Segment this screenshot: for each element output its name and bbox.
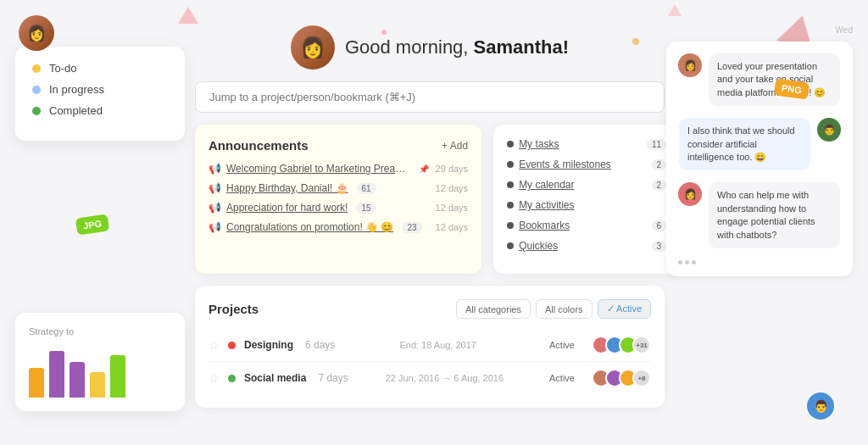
proj-days-1: 6 days [305,339,335,351]
announcements-header: Announcements + Add [209,138,468,153]
ann-link-3[interactable]: Appreciation for hard work! [226,202,348,214]
ann-icon-4: 📢 [209,221,221,233]
chat-message-3: 👩 Who can help me with understanding how… [678,182,841,248]
legend-dot-todo [32,64,41,73]
chat-panel: Wed 👩 Loved your presentation and your t… [666,25,853,428]
legend-label-todo: To-do [49,62,77,75]
ann-left-1: 📢 Welcoming Gabriel to Marketing Preache… [209,163,429,175]
typing-dot-1 [678,260,682,264]
search-input[interactable] [195,81,665,113]
mini-avatar-2-more: +8 [632,369,651,387]
typing-dot-2 [685,260,689,264]
project-row-2: ☆ Social media 7 days 22 Jun, 2016 → 6 A… [209,362,651,394]
proj-date-2: 22 Jun, 2016 → 6 Aug, 2016 [357,373,532,383]
ql-item-calendar: My calendar 2 [507,179,666,191]
proj-status-2: Active [541,373,583,383]
jpg-badge: JPG [75,214,109,235]
legend-dot-completed [32,107,41,115]
ann-link-4[interactable]: Congratulations on promotion! 👋 😊 [226,221,393,233]
ql-link-events[interactable]: Events & milestones [519,159,611,170]
ql-count-quickies: 3 [652,241,667,252]
ann-badge-2: 61 [357,183,376,194]
filter-all-colors[interactable]: All colors [536,299,593,319]
greeting-prefix: Good morning, [345,36,474,58]
proj-status-1: Active [541,340,583,350]
project-filters: All categories All colors ✓ Active [456,299,651,319]
filter-all-categories[interactable]: All categories [456,299,531,319]
ql-dot-bookmarks [507,222,514,229]
legend-dot-inprogress [32,86,41,94]
ql-left-events: Events & milestones [507,159,611,170]
ann-days-3: 12 days [436,203,469,213]
projects-card: Projects All categories All colors ✓ Act… [195,286,665,408]
ql-link-activities[interactable]: My activities [519,199,574,211]
chat-bubble-1: Loved your presentation and your take on… [709,53,840,106]
proj-dot-1 [228,342,236,349]
ann-icon-1: 📢 [209,163,221,175]
ql-count-events: 2 [652,159,667,170]
proj-avatars-2: +8 [592,369,651,387]
legend-card: To-do In progress Completed [15,47,185,141]
chart-bar [90,372,105,398]
ann-icon-3: 📢 [209,202,221,214]
ql-link-calendar[interactable]: My calendar [519,179,574,191]
star-icon-2[interactable]: ☆ [209,371,220,385]
ql-item-events: Events & milestones 2 [507,159,666,170]
ann-left-2: 📢 Happy Birthday, Danial! 🎂 61 [209,182,429,194]
ql-left-calendar: My calendar [507,179,574,191]
chart-title: Strategy to [29,326,171,337]
chart-bar [110,355,125,398]
typing-dot-3 [692,260,696,264]
ql-item-tasks: My tasks 11 [507,138,666,150]
header-avatar: 👩 [291,25,335,70]
ann-link-2[interactable]: Happy Birthday, Danial! 🎂 [226,182,348,194]
user-avatar-topleft[interactable]: 👩 [19,15,54,51]
ql-left-bookmarks: Bookmarks [507,220,570,231]
decorative-triangle-1 [178,7,198,24]
legend-label-inprogress: In progress [49,83,104,96]
proj-date-1: End: 18 Aug, 2017 [343,340,532,350]
ql-link-quickies[interactable]: Quickies [519,240,558,252]
chart-bar [29,368,44,398]
legend-item-completed: Completed [32,104,168,117]
chart-card: Strategy to [15,313,185,411]
proj-name-1[interactable]: Designing [244,339,293,351]
legend-item-inprogress: In progress [32,83,168,96]
ql-link-bookmarks[interactable]: Bookmarks [519,220,570,231]
projects-header: Projects All categories All colors ✓ Act… [209,299,651,319]
chart-bar [70,362,85,398]
ql-dot-quickies [507,242,514,249]
chat-avatar-3: 👩 [678,182,702,206]
proj-name-2[interactable]: Social media [244,372,306,384]
pin-icon-1: 📌 [419,164,429,174]
chat-day-label: Wed [666,25,853,35]
ann-badge-3: 15 [356,203,376,214]
greeting-username: Samantha! [474,36,569,58]
ql-count-tasks: 11 [647,139,666,150]
proj-days-2: 7 days [318,372,348,384]
ql-dot-activities [507,202,514,209]
ann-left-4: 📢 Congratulations on promotion! 👋 😊 23 [209,221,429,233]
chat-bot-avatar[interactable]: 👨 [807,392,834,420]
star-icon-1[interactable]: ☆ [209,338,220,352]
mini-avatar-1-more: +31 [632,336,651,354]
greeting-text: Good morning, Samantha! [345,36,569,58]
ann-icon-2: 📢 [209,182,221,194]
announcement-item-4: 📢 Congratulations on promotion! 👋 😊 23 1… [209,221,468,233]
announcements-card: Announcements + Add 📢 Welcoming Gabriel … [195,125,481,274]
chart-bar [49,351,64,398]
main-content: 👩 Good morning, Samantha! Announcements … [195,25,665,428]
add-announcement-button[interactable]: + Add [442,140,468,152]
ql-link-tasks[interactable]: My tasks [519,138,559,150]
chat-avatar-2: 👨 [817,118,841,142]
chat-message-2: 👨 I also think that we should consider a… [678,118,841,170]
chat-card: 👩 Loved your presentation and your take … [666,42,853,276]
ann-link-1[interactable]: Welcoming Gabriel to Marketing Preachers… [226,163,410,175]
chat-avatar-1: 👩 [678,53,702,77]
chat-bubble-3: Who can help me with understanding how t… [709,182,840,248]
filter-active[interactable]: ✓ Active [598,299,651,319]
announcement-item-3: 📢 Appreciation for hard work! 15 12 days [209,202,468,214]
ann-days-1: 29 days [436,164,469,174]
bar-chart [29,347,171,398]
projects-title: Projects [209,302,259,316]
